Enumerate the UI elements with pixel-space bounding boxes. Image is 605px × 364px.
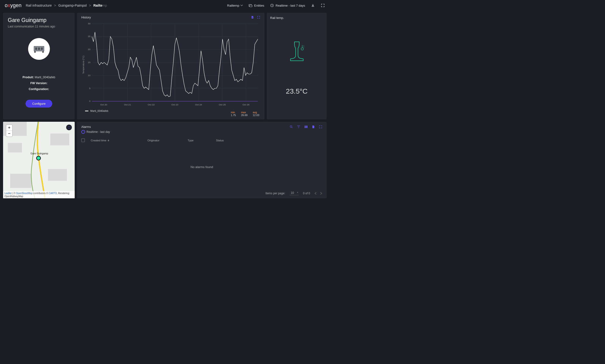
device-avatar xyxy=(28,38,50,60)
download-icon[interactable] xyxy=(311,3,315,8)
svg-line-54 xyxy=(292,127,292,128)
svg-text:Oct 23: Oct 23 xyxy=(171,103,179,106)
page-range: 0 of 0 xyxy=(303,192,310,195)
svg-rect-55 xyxy=(305,126,305,128)
svg-text:Oct 25: Oct 25 xyxy=(219,103,226,106)
osm-link[interactable]: OpenStreetMap xyxy=(16,192,33,195)
select-all-checkbox[interactable] xyxy=(81,139,85,142)
history-chart-panel: History 051015202530Oct 20Oct 21Oct 22Oc… xyxy=(77,13,264,119)
device-info-panel: Gare Guingamp Last communication 11 minu… xyxy=(3,13,75,119)
svg-text:Oct 21: Oct 21 xyxy=(124,103,131,106)
device-meta: Produit: Marti_0040afeb FW Version: Conf… xyxy=(8,75,70,92)
clock-icon xyxy=(81,130,85,134)
fullscreen-icon[interactable] xyxy=(321,3,325,8)
svg-text:Oct 22: Oct 22 xyxy=(148,103,155,106)
svg-text:Oct 20: Oct 20 xyxy=(100,103,107,106)
alarms-time-range[interactable]: Realtime - last day xyxy=(81,130,322,134)
svg-text:25: 25 xyxy=(88,35,91,38)
svg-text:Oct 26: Oct 26 xyxy=(243,103,250,106)
alarms-empty-message: No alarms found xyxy=(81,144,322,189)
alarms-title: Alarms xyxy=(81,125,322,129)
logo: oxygen xyxy=(5,2,22,9)
rail-temp-icon xyxy=(270,40,323,64)
svg-text:5: 5 xyxy=(89,87,90,90)
last-communication: Last communication 11 minutes ago xyxy=(8,25,70,28)
map-panel[interactable]: + − Gare Guingamp Leaflet | © OpenStreet… xyxy=(3,122,75,198)
svg-rect-57 xyxy=(307,126,308,128)
chart-title: History xyxy=(81,16,260,19)
entities-button[interactable]: Entities xyxy=(248,3,264,8)
svg-rect-52 xyxy=(48,169,67,181)
zoom-in-button[interactable]: + xyxy=(6,125,12,131)
gauge-value: 23.5°C xyxy=(270,87,323,95)
svg-text:15: 15 xyxy=(88,61,91,64)
svg-rect-9 xyxy=(42,51,44,53)
svg-point-42 xyxy=(301,48,303,50)
gauge-title: Rail temp. xyxy=(270,16,323,20)
device-title: Gare Guingamp xyxy=(8,17,70,23)
carto-link[interactable]: CARTO xyxy=(49,192,57,195)
chart-stats: min1.75 max26.69 avg12.03 xyxy=(231,111,259,117)
prev-page-button[interactable] xyxy=(314,192,317,195)
svg-rect-51 xyxy=(10,174,31,188)
expand-chart-icon[interactable] xyxy=(257,16,260,19)
svg-rect-11 xyxy=(252,17,253,18)
map-fullscreen-button[interactable] xyxy=(66,125,72,130)
breadcrumb-level-1[interactable]: Rail infrastructure xyxy=(26,3,52,7)
svg-rect-10 xyxy=(252,17,253,17)
svg-rect-50 xyxy=(50,133,69,145)
svg-rect-49 xyxy=(8,143,22,153)
map-marker[interactable] xyxy=(36,156,41,160)
svg-text:Temperature (°C): Temperature (°C) xyxy=(82,56,85,74)
items-per-page-select[interactable]: 10 xyxy=(289,191,299,195)
search-icon[interactable] xyxy=(289,125,293,129)
col-status[interactable]: Status xyxy=(216,139,322,142)
map-attribution: Leaflet | © OpenStreetMap contributors ©… xyxy=(3,191,75,198)
clock-icon xyxy=(270,3,274,8)
col-created-time[interactable]: Created time xyxy=(91,139,147,142)
svg-rect-5 xyxy=(35,48,37,50)
entity-dropdown[interactable]: Railtemp xyxy=(227,4,243,7)
time-range-button[interactable]: Realtime - last 7 days xyxy=(270,3,305,8)
map-zoom: + − xyxy=(6,125,13,137)
chevron-down-icon xyxy=(241,5,243,6)
history-chart[interactable]: 051015202530Oct 20Oct 21Oct 22Oct 23Oct … xyxy=(81,21,260,108)
svg-rect-8 xyxy=(34,51,36,53)
export-chart-icon[interactable] xyxy=(251,16,254,19)
expand-alarms-icon[interactable] xyxy=(319,125,322,129)
export-alarms-icon[interactable] xyxy=(311,125,315,129)
alarms-pagination: Items per page: 10 0 of 0 xyxy=(81,189,322,195)
alarms-table-header: Created time Originator Type Status xyxy=(81,134,322,144)
svg-text:30: 30 xyxy=(88,22,91,25)
map-marker-label: Gare Guingamp xyxy=(30,152,48,155)
leaflet-link[interactable]: Leaflet xyxy=(4,192,12,195)
device-icon xyxy=(32,44,46,54)
gauge-panel: Rail temp. 23.5°C xyxy=(267,13,327,119)
svg-text:0: 0 xyxy=(89,100,90,102)
breadcrumb-level-3[interactable]: Railtemp xyxy=(93,3,107,7)
zoom-out-button[interactable]: − xyxy=(6,131,12,137)
next-page-button[interactable] xyxy=(320,192,322,195)
app-header: oxygen Rail infrastructure > Guingamp-Pa… xyxy=(0,0,330,11)
svg-text:20: 20 xyxy=(88,48,91,51)
filter-icon[interactable] xyxy=(297,125,300,129)
svg-rect-7 xyxy=(41,48,43,50)
configure-button[interactable]: Configure xyxy=(26,100,52,107)
svg-rect-56 xyxy=(306,126,306,128)
breadcrumb-level-2[interactable]: Guingamp-Paimpol xyxy=(58,3,87,7)
breadcrumb: Rail infrastructure > Guingamp-Paimpol >… xyxy=(26,3,107,7)
svg-point-53 xyxy=(290,126,292,128)
col-type[interactable]: Type xyxy=(188,139,216,142)
svg-rect-1 xyxy=(250,5,252,7)
sort-down-icon xyxy=(107,139,110,142)
alarms-panel: Alarms Realtime - last day Created time … xyxy=(77,122,327,198)
columns-icon[interactable] xyxy=(304,125,308,129)
entities-icon xyxy=(248,3,253,8)
svg-text:Oct 24: Oct 24 xyxy=(195,103,202,106)
col-originator[interactable]: Originator xyxy=(147,139,188,142)
svg-text:10: 10 xyxy=(88,74,91,77)
svg-rect-6 xyxy=(38,48,40,50)
